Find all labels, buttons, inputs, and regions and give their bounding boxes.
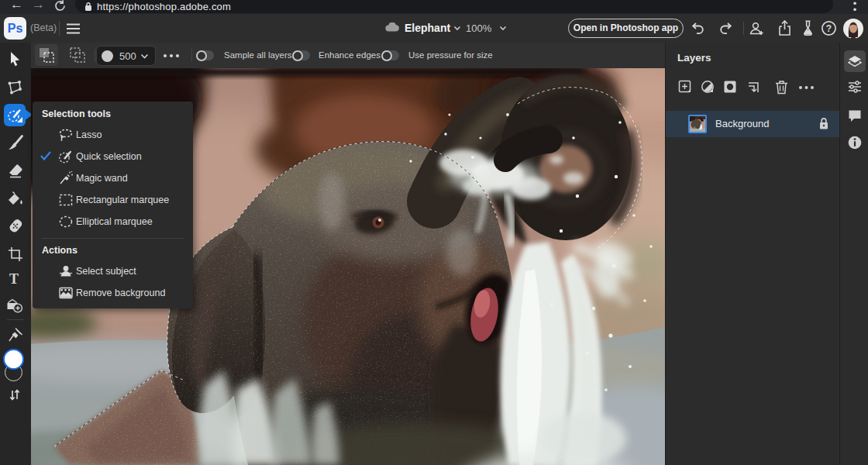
svg-text:?: ?	[826, 23, 832, 34]
